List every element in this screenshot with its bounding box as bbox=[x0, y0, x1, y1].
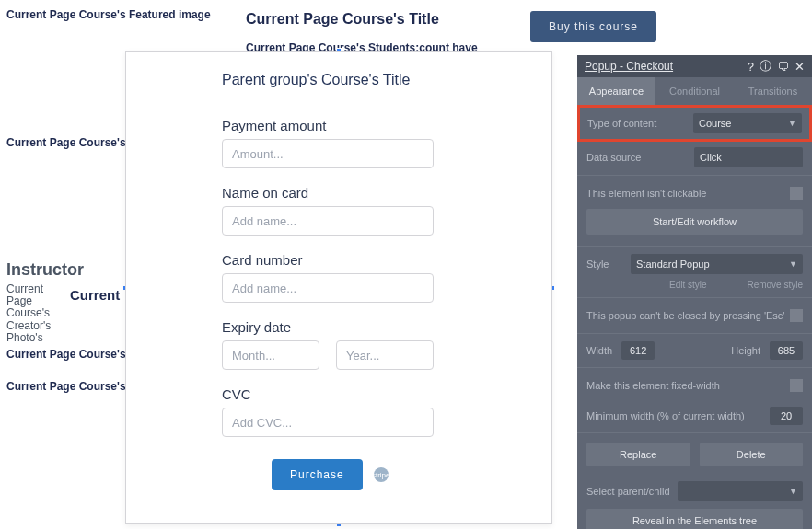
description-placeholder: Current Page Course's De bbox=[6, 136, 143, 149]
name-on-card-input[interactable] bbox=[222, 206, 434, 236]
creator-line: Current Page Course's Cr bbox=[6, 348, 141, 361]
popup-title: Parent group's Course's Title bbox=[222, 72, 456, 88]
style-value: Standard Popup bbox=[636, 259, 710, 270]
featured-image-placeholder: Current Page Course's Featured image bbox=[6, 8, 211, 21]
type-of-content-highlight: Type of content Course ▼ bbox=[577, 105, 812, 142]
min-width-input[interactable] bbox=[770, 407, 803, 425]
start-edit-workflow-button[interactable]: Start/Edit workflow bbox=[586, 209, 803, 235]
data-source-label: Data source bbox=[586, 152, 687, 163]
remove-style-link[interactable]: Remove style bbox=[747, 280, 803, 290]
width-input[interactable] bbox=[621, 341, 655, 360]
help-icon[interactable]: ? bbox=[748, 60, 754, 74]
expiry-year-input[interactable] bbox=[336, 340, 434, 370]
property-inspector: Popup - Checkout ? ⓘ 🗨 ✕ Appearance Cond… bbox=[577, 55, 812, 529]
select-parent-dropdown[interactable]: ▼ bbox=[678, 481, 804, 501]
inspector-tabs: Appearance Conditional Transitions bbox=[577, 77, 812, 105]
payment-amount-input[interactable] bbox=[222, 139, 434, 168]
style-label: Style bbox=[586, 259, 623, 270]
height-label: Height bbox=[731, 345, 760, 356]
min-width-label: Minimum width (% of current width) bbox=[586, 410, 762, 421]
delete-button[interactable]: Delete bbox=[700, 443, 804, 466]
expiry-date-label: Expiry date bbox=[222, 319, 456, 335]
reveal-in-elements-button[interactable]: Reveal in the Elements tree bbox=[586, 509, 803, 529]
not-clickable-checkbox[interactable] bbox=[790, 187, 803, 200]
fixed-width-note: Make this element fixed-width bbox=[577, 370, 812, 401]
chevron-down-icon: ▼ bbox=[789, 487, 797, 496]
width-label: Width bbox=[586, 345, 612, 356]
not-clickable-text: This element isn't clickable bbox=[586, 188, 707, 199]
type-of-content-value: Course bbox=[699, 118, 731, 129]
stripe-badge-icon: stripe bbox=[374, 467, 389, 482]
comment-icon[interactable]: 🗨 bbox=[777, 60, 789, 74]
tab-transitions[interactable]: Transitions bbox=[734, 77, 812, 105]
editor-canvas: Current Page Course's Featured image Cur… bbox=[0, 0, 812, 529]
style-select[interactable]: Standard Popup ▼ bbox=[631, 254, 803, 274]
chevron-down-icon: ▼ bbox=[789, 259, 797, 269]
cvc-label: CVC bbox=[222, 386, 456, 402]
esc-checkbox[interactable] bbox=[790, 309, 803, 322]
inspector-header[interactable]: Popup - Checkout ? ⓘ 🗨 ✕ bbox=[577, 55, 812, 77]
name-on-card-label: Name on card bbox=[222, 185, 456, 201]
instructor-heading: Instructor bbox=[6, 260, 84, 280]
cvc-input[interactable] bbox=[222, 408, 434, 437]
creator-photo-placeholder: Current Page Course's Creator's Photo's bbox=[6, 283, 62, 344]
page-title-placeholder: Current Page Course's Title bbox=[246, 11, 439, 28]
data-source-value: Click bbox=[700, 152, 722, 163]
not-clickable-note: This element isn't clickable bbox=[577, 178, 812, 209]
close-icon[interactable]: ✕ bbox=[795, 60, 805, 74]
type-of-content-label: Type of content bbox=[587, 118, 686, 129]
card-number-label: Card number bbox=[222, 252, 456, 268]
payment-amount-label: Payment amount bbox=[222, 118, 456, 133]
tab-appearance[interactable]: Appearance bbox=[577, 77, 655, 105]
replace-button[interactable]: Replace bbox=[586, 443, 690, 466]
popup-checkout[interactable]: Parent group's Course's Title Payment am… bbox=[125, 51, 552, 524]
purchase-button[interactable]: Purchase bbox=[272, 459, 363, 490]
card-number-input[interactable] bbox=[222, 273, 434, 303]
type-of-content-select[interactable]: Course ▼ bbox=[693, 113, 802, 133]
current-label: Current bbox=[70, 287, 120, 303]
buy-course-button[interactable]: Buy this course bbox=[530, 11, 656, 42]
category-line: Current Page Course's Ca bbox=[6, 380, 143, 393]
chevron-down-icon: ▼ bbox=[788, 119, 796, 128]
inspector-title[interactable]: Popup - Checkout bbox=[585, 60, 748, 73]
select-parent-label: Select parent/child bbox=[586, 486, 670, 497]
edit-style-link[interactable]: Edit style bbox=[669, 280, 707, 290]
info-icon[interactable]: ⓘ bbox=[760, 58, 771, 75]
data-source-select[interactable]: Click bbox=[694, 147, 803, 167]
expiry-month-input[interactable] bbox=[222, 340, 319, 370]
height-input[interactable] bbox=[770, 341, 803, 360]
fixed-width-checkbox[interactable] bbox=[790, 379, 803, 392]
tab-conditional[interactable]: Conditional bbox=[655, 77, 734, 105]
esc-note: This popup can't be closed by pressing '… bbox=[577, 300, 812, 331]
fixed-width-text: Make this element fixed-width bbox=[586, 380, 720, 391]
esc-note-text: This popup can't be closed by pressing '… bbox=[586, 310, 784, 321]
